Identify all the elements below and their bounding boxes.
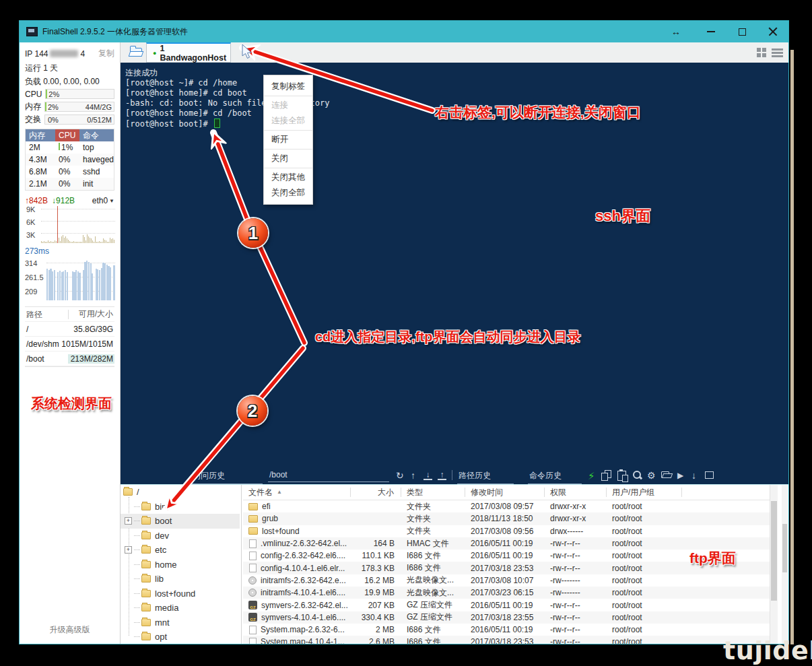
file-col-header[interactable]: 用户/用户组 (607, 488, 682, 497)
upload-icon[interactable]: ↑ (438, 470, 446, 480)
maximize-button[interactable] (726, 21, 757, 42)
cpu-label: CPU (25, 90, 42, 99)
uptime-label: 运行 1 天 (25, 63, 114, 74)
down-arrow-icon[interactable]: ↓ (691, 470, 696, 481)
file-table-scrollbar-thumb[interactable] (771, 501, 777, 601)
path-input[interactable]: /boot (268, 470, 389, 482)
minimize-button[interactable] (696, 21, 726, 42)
file-row[interactable]: efi文件夹2017/03/08 09:57drwxr-xr-xroot/roo… (243, 500, 770, 512)
copy-icon[interactable] (601, 470, 611, 483)
access-history-field[interactable]: 访问历史 (191, 470, 263, 484)
tree-scrollbar[interactable] (782, 485, 788, 644)
refresh-icon[interactable]: ↻ (396, 470, 404, 481)
settings-gear-icon[interactable]: ⚙ (647, 470, 656, 481)
file-row[interactable]: config-4.10.4-1.el6.elr...178.3 KBI686 文… (243, 562, 770, 574)
file-row[interactable]: initramfs-2.6.32-642.e...16.2 MB光盘映像文...… (243, 574, 770, 587)
context-menu: 复制标签连接连接全部断开关闭关闭其他关闭全部 (263, 75, 313, 205)
tree-item-dev[interactable]: dev (121, 529, 240, 543)
file-row[interactable]: config-2.6.32-642.el6....110.1 KBI686 文件… (243, 550, 770, 562)
interface-selector[interactable]: eth0 (92, 196, 108, 205)
file-col-header[interactable]: 类型 (401, 488, 465, 497)
file-col-header[interactable]: 修改时间 (465, 488, 545, 497)
process-col-header[interactable]: CPU (55, 129, 79, 141)
tree-item-mnt[interactable]: mnt (121, 615, 240, 630)
tree-item-[interactable]: / (121, 485, 240, 500)
file-row[interactable]: initramfs-4.10.4-1.el6....19.9 MB光盘映像文..… (243, 587, 770, 599)
disk-row[interactable]: /boot213M/282M (25, 352, 114, 366)
disk-col-header: 路径 (25, 310, 69, 319)
close-button[interactable] (757, 21, 788, 42)
path-history-field[interactable]: 路径历史 (457, 470, 514, 484)
context-menu-item[interactable]: 复制标签 (264, 79, 312, 94)
tree-connector (134, 521, 140, 521)
download-icon[interactable]: ↓ (424, 470, 432, 480)
tree-item-opt[interactable]: opt (121, 630, 240, 644)
tree-item-home[interactable]: home (121, 558, 240, 572)
paste-icon[interactable] (617, 470, 626, 483)
file-row[interactable]: System.map-2.6.32-6...2 MBI686 文件2016/05… (243, 624, 770, 636)
tree-item-bin[interactable]: bin (121, 500, 240, 514)
expand-icon[interactable]: + (125, 517, 132, 525)
tree-item-label: home (155, 560, 177, 570)
file-table-scrollbar[interactable] (770, 485, 778, 644)
file-icon (249, 638, 257, 644)
disk-row[interactable]: /35.8G/39G (25, 322, 114, 337)
window-title: FinalShell 2.9.5.2 一体化服务器管理软件 (42, 26, 188, 38)
context-menu-item[interactable]: 断开 (264, 132, 312, 147)
file-row[interactable]: .vmlinuz-2.6.32-642.el...164 BHMAC 文件201… (243, 537, 770, 550)
panel-divider[interactable] (241, 485, 242, 644)
folder-icon (141, 517, 151, 525)
chevron-down-icon[interactable]: ▼ (109, 198, 114, 204)
context-menu-item[interactable]: 关闭全部 (264, 185, 312, 201)
context-menu-item[interactable]: 关闭其他 (264, 170, 312, 185)
tree-item-lib[interactable]: lib (121, 572, 240, 587)
open-folder-tool-icon[interactable] (661, 470, 673, 481)
tree-item-label: mnt (155, 618, 170, 628)
tree-item-boot[interactable]: +boot (121, 514, 240, 529)
ssh-terminal[interactable]: 连接成功[root@host ~]# cd /home[root@host ho… (121, 63, 788, 469)
file-col-header[interactable]: 文件名▲ (243, 488, 351, 497)
process-row[interactable]: 6.8M0%sshd (26, 166, 114, 178)
tree-item-lost-found[interactable]: lost+found (121, 587, 240, 601)
copy-ip-button[interactable]: 复制 (98, 48, 114, 59)
file-row[interactable]: System.map-4.10.4-1...2.6 MBI686 文件2017/… (243, 636, 770, 644)
file-col-header[interactable]: 权限 (545, 488, 607, 497)
process-row[interactable]: 2M1%top (26, 141, 114, 154)
process-col-header[interactable]: 内存 (26, 129, 55, 141)
ftp-panel: /bin+bootdev+etchomeliblost+foundmediamn… (121, 484, 788, 644)
file-col-header[interactable]: 大小 (351, 488, 401, 497)
file-row[interactable]: grub文件夹2018/11/13 18:50drwxr-xr-xroot/ro… (243, 512, 770, 525)
command-history-field[interactable]: 命令历史 (528, 470, 582, 484)
process-row[interactable]: 4.3M0%haveged (26, 154, 114, 166)
context-menu-item[interactable]: 连接 (264, 98, 312, 113)
upgrade-link[interactable]: 升级高级版 (25, 624, 114, 636)
disk-row[interactable]: /dev/shm1015M/1015M (25, 337, 114, 352)
file-row[interactable]: GZsymvers-2.6.32-642.el...207 KBGZ 压缩文件2… (243, 599, 770, 611)
process-col-header[interactable]: 命令 (79, 129, 114, 141)
system-monitor-panel: IP 144 4 复制 运行 1 天 负载 0.00, 0.00, 0.00 C… (20, 42, 121, 644)
grid-view-icon[interactable] (756, 47, 768, 58)
file-table-header: 文件名▲大小类型修改时间权限用户/用户组 (243, 485, 770, 500)
tree-connector (134, 550, 140, 550)
run-play-icon[interactable]: ▶ (677, 470, 683, 481)
open-connection-button[interactable] (129, 46, 145, 59)
context-menu-item[interactable]: 关闭 (264, 151, 312, 166)
folder-icon (141, 503, 151, 510)
context-menu-item[interactable]: 连接全部 (264, 113, 312, 129)
parent-dir-icon[interactable]: ↑ (411, 470, 415, 481)
resize-horizontal-icon[interactable]: ↔ (671, 26, 681, 37)
background-strip (790, 50, 794, 644)
expand-icon[interactable]: + (125, 546, 132, 554)
tab-bandwagonhost[interactable]: ● 1 BandwagonHost (146, 42, 231, 63)
tree-item-etc[interactable]: +etc (121, 543, 240, 558)
file-row[interactable]: lost+found文件夹2017/03/08 09:56drwx------r… (243, 525, 770, 537)
tree-connector (134, 607, 140, 608)
tree-item-media[interactable]: media (121, 601, 240, 615)
process-row[interactable]: 2.1M0%init (26, 178, 114, 190)
tree-scrollbar-thumb[interactable] (782, 524, 787, 572)
speed-boost-icon[interactable]: ⚡ (588, 470, 595, 482)
window-mode-icon[interactable] (705, 470, 714, 481)
search-icon[interactable] (632, 470, 642, 482)
list-view-icon[interactable] (772, 47, 783, 58)
file-row[interactable]: GZsymvers-4.10.4-1.el6....330.4 KBGZ 压缩文… (243, 611, 770, 624)
